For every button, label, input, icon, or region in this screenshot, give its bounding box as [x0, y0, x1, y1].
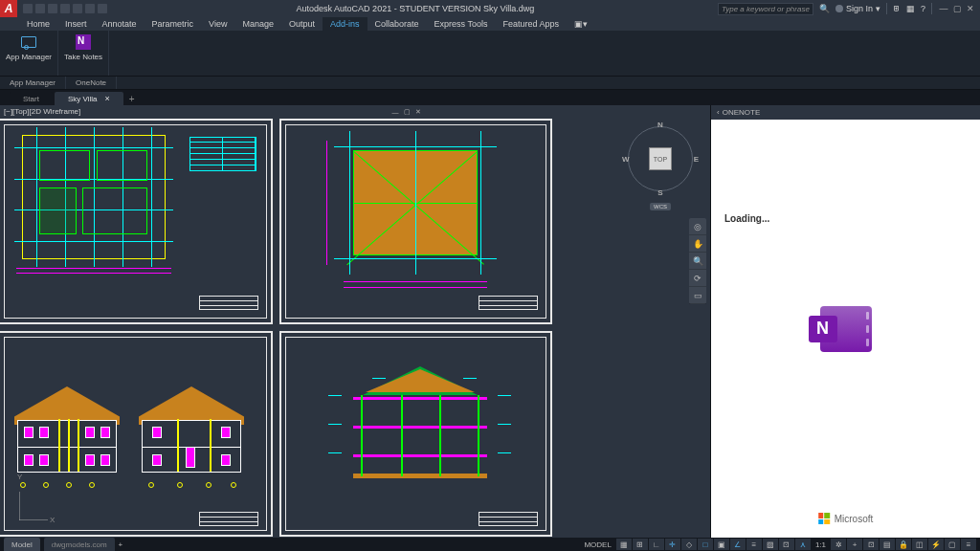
panel-app-manager[interactable]: App Manager	[0, 77, 66, 89]
isolate-icon[interactable]: ◫	[912, 539, 927, 550]
qat-plot-icon[interactable]	[73, 4, 82, 13]
wcs-badge[interactable]: WCS	[650, 203, 671, 210]
new-tab-button[interactable]: +	[125, 92, 139, 105]
onenote-panel: ‹ ONENOTE Loading... N Microsoft	[710, 105, 980, 538]
snap-toggle-icon[interactable]: ⊞	[633, 539, 648, 550]
minimize-button[interactable]: —	[938, 3, 949, 14]
qat-redo-icon[interactable]	[98, 4, 107, 13]
tab-insert[interactable]: Insert	[57, 17, 95, 31]
isodraft-icon[interactable]: ◇	[681, 539, 697, 550]
drawing-viewport[interactable]: [−][Top][2D Wireframe] — ▢ ✕	[0, 105, 710, 538]
polar-toggle-icon[interactable]: ✛	[665, 539, 680, 550]
units-icon[interactable]: ⊡	[863, 539, 879, 550]
signin-button[interactable]: Sign In ▾	[835, 4, 880, 13]
tab-parametric[interactable]: Parametric	[145, 17, 202, 31]
qat-undo-icon[interactable]	[85, 4, 95, 13]
ortho-toggle-icon[interactable]: ∟	[649, 539, 664, 550]
cleanscreen-icon[interactable]: ▢	[945, 539, 960, 550]
nav-orbit-icon[interactable]: ⟳	[689, 270, 706, 287]
cycling-icon[interactable]: ⊡	[779, 539, 794, 550]
nav-showmotion-icon[interactable]: ▭	[689, 287, 706, 304]
autodesk-app-icon[interactable]: ▦	[906, 4, 915, 13]
panel-onenote[interactable]: OneNote	[66, 77, 117, 89]
maximize-button[interactable]: ▢	[951, 3, 963, 14]
tab-annotate[interactable]: Annotate	[95, 17, 145, 31]
qat-new-icon[interactable]	[23, 4, 33, 13]
exchange-icon[interactable]: ⛨	[893, 5, 901, 13]
onenote-loading-text: Loading...	[724, 213, 769, 224]
vp-minimize-icon[interactable]: —	[390, 107, 400, 117]
tab-manage[interactable]: Manage	[234, 17, 281, 31]
status-bar: Model dwgmodels.com + MODEL ▦ ⊞ ∟ ✛ ◇ □ …	[0, 538, 980, 551]
tab-addins[interactable]: Add-ins	[323, 17, 368, 31]
vp-close-icon[interactable]: ✕	[413, 107, 423, 117]
transparency-icon[interactable]: ▨	[763, 539, 778, 550]
sheet-section	[279, 331, 552, 537]
status-mode[interactable]: MODEL	[580, 540, 614, 549]
vp-restore-icon[interactable]: ▢	[402, 107, 412, 117]
anno-scale[interactable]: 1:1	[812, 540, 830, 549]
divider	[931, 3, 932, 14]
ribbon-tabs: Home Insert Annotate Parametric View Man…	[0, 17, 980, 31]
qat-saveas-icon[interactable]	[60, 4, 70, 13]
doc-tab-start[interactable]: Start	[10, 92, 53, 105]
compass-w[interactable]: W	[622, 155, 630, 164]
grid-toggle-icon[interactable]: ▦	[616, 539, 632, 550]
navigation-bar: ◎ ✋ 🔍 ⟳ ▭	[689, 218, 706, 304]
tab-home[interactable]: Home	[19, 17, 57, 31]
onenote-n-icon: N	[809, 316, 837, 342]
ucs-icon[interactable]: Y X	[19, 482, 57, 520]
sheet-roof-plan	[279, 119, 552, 324]
document-tabs: Start Sky Villa × +	[0, 90, 980, 105]
tab-collaborate[interactable]: Collaborate	[368, 17, 427, 31]
cart-icon	[19, 33, 38, 52]
otrack-toggle-icon[interactable]: ∠	[730, 539, 746, 550]
ucs-y-label: Y	[17, 473, 22, 481]
close-tab-icon[interactable]: ×	[104, 94, 109, 103]
workspace-icon[interactable]: ✲	[831, 539, 846, 550]
nav-zoom-icon[interactable]: 🔍	[689, 253, 706, 270]
viewcube-face[interactable]: TOP	[649, 147, 672, 170]
tab-express-tools[interactable]: Express Tools	[427, 17, 496, 31]
3dosnap-icon[interactable]: ▣	[714, 539, 729, 550]
take-notes-button[interactable]: Take Notes	[64, 33, 102, 61]
take-notes-label: Take Notes	[64, 53, 102, 61]
compass-n[interactable]: N	[657, 121, 663, 129]
doc-tab-file[interactable]: Sky Villa ×	[55, 92, 123, 105]
onenote-icon	[74, 33, 93, 52]
help-icon[interactable]: ?	[921, 4, 925, 13]
drawing-sheets	[0, 119, 568, 538]
viewcube[interactable]: TOP N S E W WCS	[622, 121, 699, 197]
lineweight-icon[interactable]: ≡	[746, 539, 762, 550]
model-tab[interactable]: Model	[4, 538, 40, 551]
osnap-toggle-icon[interactable]: □	[698, 539, 713, 550]
nav-pan-icon[interactable]: ✋	[689, 235, 706, 253]
search-icon[interactable]: 🔍	[819, 4, 830, 13]
lock-ui-icon[interactable]: 🔒	[896, 539, 911, 550]
microsoft-label: Microsoft	[835, 514, 874, 524]
onenote-panel-title[interactable]: ‹ ONENOTE	[711, 105, 980, 120]
layout-tab[interactable]: dwgmodels.com	[44, 538, 115, 551]
add-layout-button[interactable]: +	[119, 540, 123, 549]
tab-view[interactable]: View	[201, 17, 234, 31]
tab-overflow-icon[interactable]: ▣▾	[567, 17, 595, 31]
qat-open-icon[interactable]	[35, 4, 45, 13]
help-search-input[interactable]: Type a keyword or phrase	[718, 3, 813, 15]
hwacc-icon[interactable]: ⚡	[928, 539, 944, 550]
viewport-label[interactable]: [−][Top][2D Wireframe]	[4, 107, 80, 116]
customize-icon[interactable]: ≡	[961, 539, 976, 550]
tab-output[interactable]: Output	[281, 17, 323, 31]
chevron-left-icon[interactable]: ‹	[717, 108, 720, 117]
compass-s[interactable]: S	[657, 188, 662, 197]
anno-monitor-icon[interactable]: +	[847, 539, 862, 550]
app-manager-button[interactable]: App Manager	[6, 33, 52, 61]
annotation-icon[interactable]: ⋏	[795, 539, 811, 550]
qat-save-icon[interactable]	[48, 4, 57, 13]
onenote-logo: N	[820, 306, 872, 352]
compass-e[interactable]: E	[694, 155, 699, 164]
tab-featured-apps[interactable]: Featured Apps	[495, 17, 567, 31]
quickprops-icon[interactable]: ▤	[880, 539, 895, 550]
nav-wheel-icon[interactable]: ◎	[689, 218, 706, 235]
close-button[interactable]: ✕	[965, 3, 976, 14]
main-area: [−][Top][2D Wireframe] — ▢ ✕	[0, 105, 980, 538]
